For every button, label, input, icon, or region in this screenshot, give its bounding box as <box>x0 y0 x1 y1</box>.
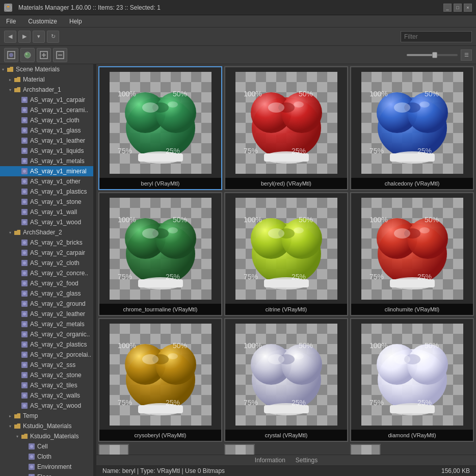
svg-rect-240 <box>361 133 372 143</box>
tree-item-archshader2[interactable]: ▾ArchShader_2 <box>0 227 93 237</box>
tree-item-k_cloth[interactable]: Cloth <box>0 452 93 462</box>
svg-rect-400 <box>382 198 392 208</box>
tree-item-as2_carpaint[interactable]: AS_vray_v2_carpair <box>0 248 93 258</box>
slider-thumb[interactable] <box>432 52 437 58</box>
tree-item-as_liquids[interactable]: AS_vray_v1_liquids <box>0 146 93 156</box>
svg-rect-383 <box>286 289 297 300</box>
svg-point-38 <box>23 261 26 265</box>
tree-item-as2_concrete[interactable]: AS_vray_v2_concre.. <box>0 268 93 278</box>
tree-item-kstudio_materials2[interactable]: ▾Kstudio_Materials <box>0 431 93 441</box>
remove-material-button[interactable] <box>53 48 67 62</box>
material-icon <box>20 239 29 247</box>
tree-item-scene-materials[interactable]: ▾Scene Materials <box>0 64 93 74</box>
tree-item-as_wood[interactable]: AS_vray_v1_wood <box>0 217 93 227</box>
svg-rect-313 <box>110 279 120 289</box>
tree-item-as_leather[interactable]: AS_vray_v1_leather <box>0 136 93 146</box>
maximize-button[interactable]: □ <box>454 4 462 12</box>
tree-item-as_plastics[interactable]: AS_vray_v1_plastics <box>0 187 93 197</box>
dropdown-button[interactable]: ▾ <box>33 31 45 43</box>
svg-text:25%: 25% <box>166 147 180 155</box>
tree-item-as_stone[interactable]: AS_vray_v1_stone <box>0 197 93 207</box>
tree-item-as2_food[interactable]: AS_vray_v2_food <box>0 278 93 288</box>
add-material-button[interactable] <box>37 48 51 62</box>
view-options-button[interactable]: ☰ <box>461 49 472 61</box>
material-icon <box>20 340 29 349</box>
svg-point-201 <box>268 102 284 113</box>
material-icon <box>28 463 36 471</box>
svg-rect-153 <box>266 82 276 92</box>
material-editor-button[interactable] <box>20 48 35 62</box>
tree-item-as_cloth[interactable]: AS_vray_v1_cloth <box>0 115 93 125</box>
close-button[interactable]: × <box>464 4 472 12</box>
tree-item-as2_sss[interactable]: AS_vray_v2_sss <box>0 360 93 370</box>
filter-input[interactable] <box>401 31 472 42</box>
tree-item-as2_plastics[interactable]: AS_vray_v2_plastics <box>0 339 93 350</box>
scene-tree[interactable]: ▾Scene Materials▸Material▾Archshader_1AS… <box>0 64 94 476</box>
tree-item-as_metals[interactable]: AS_vray_v1_metals <box>0 156 93 166</box>
menu-file[interactable]: File <box>4 17 18 26</box>
refresh-button[interactable]: ↻ <box>47 31 59 43</box>
material-icon <box>20 330 29 338</box>
material-item-partial1[interactable]: 100% 75% 50% 25% <box>98 444 129 455</box>
tree-item-temp[interactable]: ▸Temp <box>0 411 93 421</box>
information-button[interactable]: Information <box>255 457 285 464</box>
svg-point-26 <box>23 190 26 193</box>
material-item-chalcedony[interactable]: 100% 75% 50% 25% chalcedony (VRayMtl) <box>350 66 474 190</box>
svg-rect-87 <box>171 72 181 82</box>
tree-item-kstudio_materials[interactable]: ▾Kstudio_Materials <box>0 421 93 431</box>
material-item-crystal[interactable]: 100% 75% 50% 25% crystal (VRayMtl) <box>224 318 348 442</box>
tree-item-as2_ground[interactable]: AS_vray_v2_ground <box>0 299 93 309</box>
size-slider[interactable] <box>407 54 458 56</box>
tree-item-as2_glass[interactable]: AS_vray_v2_glass <box>0 288 93 299</box>
tree-item-as2_tiles[interactable]: AS_vray_v2_tiles <box>0 380 93 390</box>
menu-customize[interactable]: Customize <box>26 17 59 26</box>
tree-item-as_ceramic[interactable]: AS_vray_v1_cerami.. <box>0 105 93 115</box>
tree-item-as2_walls[interactable]: AS_vray_v2_walls <box>0 390 93 401</box>
tree-item-k_environment[interactable]: Environment <box>0 462 93 472</box>
material-item-beryl[interactable]: 100% 75% 50% 25% beryl (VRayMtl) <box>98 66 222 190</box>
tree-item-archshader1[interactable]: ▾Archshader_1 <box>0 85 93 95</box>
material-item-citrine[interactable]: 100% 75% 50% 25% citrine (VRayMtl) <box>224 192 348 316</box>
tree-label-as2_metals: AS_vray_v2_metals <box>30 321 85 328</box>
material-item-clinohumite[interactable]: 100% 75% 50% 25% clinohumite (VRayMtl) <box>350 192 474 316</box>
settings-button[interactable]: Settings <box>296 457 318 464</box>
material-grid-area[interactable]: 100% 75% 50% 25% beryl (VRayMtl) <box>96 64 476 455</box>
tree-item-as2_stone[interactable]: AS_vray_v2_stone <box>0 370 93 380</box>
tree-item-k_floor[interactable]: Floor <box>0 472 93 476</box>
tree-item-as2_metals[interactable]: AS_vray_v2_metals <box>0 319 93 329</box>
tree-item-as2_wood[interactable]: AS_vray_v2_wood <box>0 401 93 411</box>
svg-rect-212 <box>402 72 412 82</box>
tree-item-as_carpaint[interactable]: AS_vray_v1_carpair <box>0 95 93 105</box>
tree-item-k_cell[interactable]: Cell <box>0 441 93 452</box>
material-item-diamond[interactable]: 100% 75% 50% 25% diamond (VRayMtl) <box>350 318 474 442</box>
material-item-partial3[interactable]: 100% 75% 50% 25% <box>350 444 381 455</box>
svg-rect-607 <box>453 354 463 364</box>
tree-item-material[interactable]: ▸Material <box>0 74 93 85</box>
forward-button[interactable]: ▶ <box>18 31 31 43</box>
tree-item-as2_porcelain[interactable]: AS_vray_v2_porcelai.. <box>0 350 93 360</box>
svg-rect-469 <box>161 334 171 344</box>
material-item-chrome_tourmaline[interactable]: 100% 75% 50% 25% chrome_tourmaline (VRay… <box>98 192 222 316</box>
svg-rect-128 <box>191 153 201 164</box>
tree-label-k_cell: Cell <box>37 443 48 450</box>
tree-item-as2_bricks[interactable]: AS_vray_v2_bricks <box>0 237 93 248</box>
svg-text:75%: 75% <box>244 273 258 281</box>
svg-text:25%: 25% <box>417 273 432 281</box>
tree-item-as_wall[interactable]: AS_vray_v1_wall <box>0 207 93 217</box>
back-button[interactable]: ◀ <box>4 31 16 43</box>
tree-item-as2_cloth[interactable]: AS_vray_v2_cloth <box>0 258 93 268</box>
scene-materials-button[interactable] <box>4 48 18 62</box>
tree-label-as_stone: AS_vray_v1_stone <box>30 198 82 205</box>
material-icon <box>20 249 29 257</box>
tree-item-as_mineral[interactable]: AS_vray_v1_mineral <box>0 166 93 176</box>
svg-rect-471 <box>201 334 211 344</box>
material-item-beryl_red[interactable]: 100% 75% 50% 25% beryl(red) (VRayMtl) <box>224 66 348 190</box>
tree-item-as2_organic[interactable]: AS_vray_v2_organic.. <box>0 329 93 339</box>
material-item-crysoberyl[interactable]: 100% 75% 50% 25% crysoberyl (VRayMtl) <box>98 318 222 442</box>
tree-item-as_other[interactable]: AS_vray_v1_other <box>0 176 93 187</box>
minimize-button[interactable]: _ <box>443 4 452 12</box>
menu-help[interactable]: Help <box>67 17 84 26</box>
material-item-partial2[interactable]: 100% 75% 50% 25% <box>224 444 255 455</box>
tree-item-as_glass[interactable]: AS_vray_v1_glass <box>0 125 93 136</box>
tree-item-as2_leather[interactable]: AS_vray_v2_leather <box>0 309 93 319</box>
